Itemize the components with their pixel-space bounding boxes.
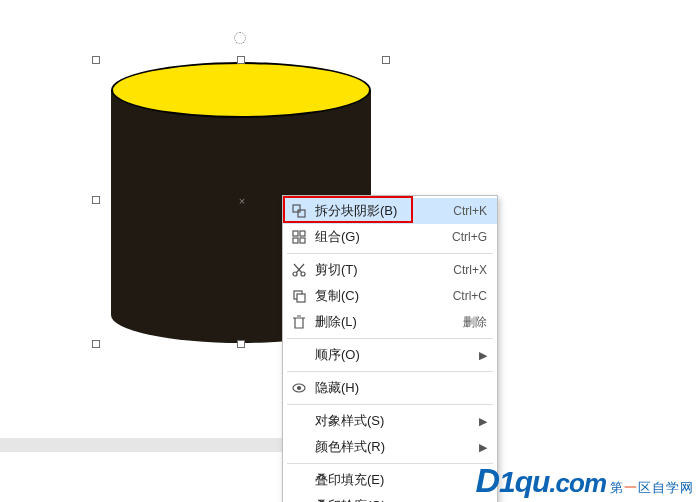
menu-item-label: 组合(G) (315, 228, 438, 246)
blank-icon (289, 437, 309, 457)
menu-item[interactable]: 对象样式(S)▶ (283, 408, 497, 434)
menu-item[interactable]: 组合(G)Ctrl+G (283, 224, 497, 250)
svg-rect-4 (293, 238, 298, 243)
menu-item[interactable]: 顺序(O)▶ (283, 342, 497, 368)
design-canvas[interactable]: × 拆分块阴影(B)Ctrl+K组合(G)Ctrl+G剪切(T)Ctrl+X复制… (0, 0, 700, 502)
blank-icon (289, 345, 309, 365)
menu-item-label: 剪切(T) (315, 261, 439, 279)
menu-separator (287, 463, 493, 464)
menu-item-label: 顺序(O) (315, 346, 477, 364)
menu-item[interactable]: 剪切(T)Ctrl+X (283, 257, 497, 283)
hide-icon (289, 378, 309, 398)
menu-item[interactable]: 颜色样式(R)▶ (283, 434, 497, 460)
status-strip (0, 438, 288, 452)
rotation-indicator[interactable] (234, 32, 246, 44)
cut-icon (289, 260, 309, 280)
selection-handle[interactable] (382, 56, 390, 64)
selection-center: × (237, 196, 247, 206)
menu-item-shortcut: Ctrl+K (453, 204, 487, 218)
menu-item-label: 隐藏(H) (315, 379, 487, 397)
menu-item-label: 叠印填充(E) (315, 471, 487, 489)
menu-item-label: 复制(C) (315, 287, 439, 305)
svg-rect-2 (293, 231, 298, 236)
menu-item[interactable]: 叠印轮廓(O) (283, 493, 497, 502)
selection-handle[interactable] (92, 56, 100, 64)
menu-item[interactable]: 拆分块阴影(B)Ctrl+K (283, 198, 497, 224)
svg-rect-9 (297, 294, 305, 302)
menu-item-shortcut: Ctrl+G (452, 230, 487, 244)
cylinder-top (111, 62, 371, 118)
menu-separator (287, 338, 493, 339)
ungroup-icon (289, 201, 309, 221)
selection-handle[interactable] (92, 340, 100, 348)
selection-handle[interactable] (237, 56, 245, 64)
watermark: D1qu.com 第一区自学网 (475, 461, 694, 500)
submenu-arrow-icon: ▶ (477, 349, 487, 362)
menu-item-label: 删除(L) (315, 313, 449, 331)
svg-point-11 (298, 387, 301, 390)
blank-icon (289, 470, 309, 490)
watermark-sub: 第一区自学网 (610, 479, 694, 497)
menu-item-label: 拆分块阴影(B) (315, 202, 439, 220)
svg-rect-5 (300, 238, 305, 243)
menu-item-shortcut: 删除 (463, 314, 487, 331)
group-icon (289, 227, 309, 247)
selection-handle[interactable] (92, 196, 100, 204)
blank-icon (289, 411, 309, 431)
menu-item-shortcut: Ctrl+C (453, 289, 487, 303)
menu-item[interactable]: 删除(L)删除 (283, 309, 497, 335)
menu-item[interactable]: 复制(C)Ctrl+C (283, 283, 497, 309)
menu-item-label: 叠印轮廓(O) (315, 497, 487, 502)
submenu-arrow-icon: ▶ (477, 415, 487, 428)
blank-icon (289, 496, 309, 502)
menu-item-label: 颜色样式(R) (315, 438, 477, 456)
watermark-main: D1qu.com (475, 461, 606, 500)
menu-item[interactable]: 叠印填充(E) (283, 467, 497, 493)
menu-separator (287, 371, 493, 372)
context-menu: 拆分块阴影(B)Ctrl+K组合(G)Ctrl+G剪切(T)Ctrl+X复制(C… (282, 195, 498, 502)
submenu-arrow-icon: ▶ (477, 441, 487, 454)
menu-item-label: 对象样式(S) (315, 412, 477, 430)
menu-item-shortcut: Ctrl+X (453, 263, 487, 277)
selection-handle[interactable] (237, 340, 245, 348)
menu-separator (287, 253, 493, 254)
menu-item[interactable]: 隐藏(H) (283, 375, 497, 401)
delete-icon (289, 312, 309, 332)
svg-rect-0 (293, 205, 300, 212)
svg-rect-1 (298, 210, 305, 217)
menu-separator (287, 404, 493, 405)
copy-icon (289, 286, 309, 306)
svg-rect-3 (300, 231, 305, 236)
